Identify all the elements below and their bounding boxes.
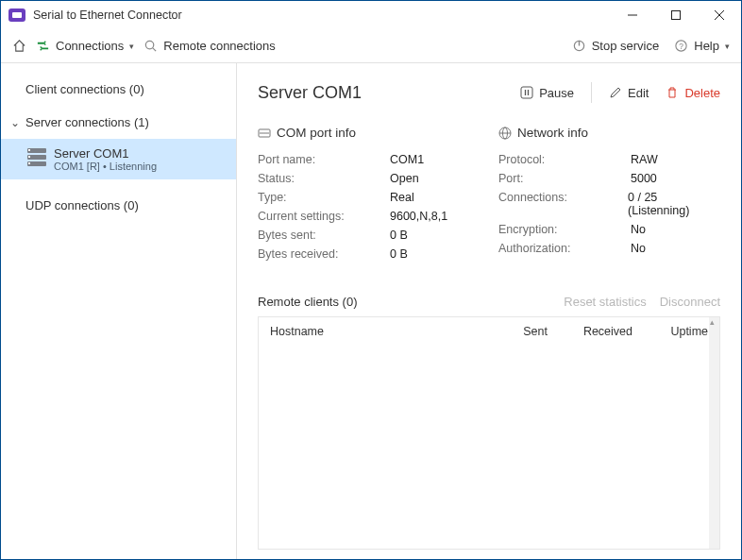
app-window: Serial to Ethernet Connector Connections…: [0, 0, 742, 560]
sidebar-server-heading[interactable]: ⌄ Server connections (1): [1, 110, 236, 135]
com-port-heading: COM port info: [277, 126, 356, 140]
col-uptime[interactable]: Uptime: [632, 325, 708, 338]
pause-icon: [520, 86, 533, 99]
port-icon: [258, 127, 271, 140]
pencil-icon: [609, 86, 622, 99]
remote-clients-table: Hostname Sent Received Uptime: [258, 316, 720, 550]
v-bytes-recv: 0 B: [390, 247, 408, 261]
stop-service-button[interactable]: Stop service: [572, 39, 660, 53]
v-port-name: COM1: [390, 153, 424, 166]
k-encryption: Encryption:: [498, 223, 631, 236]
v-settings: 9600,N,8,1: [390, 210, 447, 223]
sidebar-udp-heading[interactable]: UDP connections (0): [1, 193, 236, 218]
home-icon: [12, 39, 26, 53]
disconnect-link[interactable]: Disconnect: [660, 295, 720, 309]
k-status: Status:: [258, 172, 390, 185]
home-button[interactable]: [12, 39, 26, 53]
com-port-info: COM port info Port name:COM1 Status:Open…: [258, 126, 480, 266]
sidebar-server-heading-label: Server connections (1): [25, 115, 149, 129]
toolbar: Connections ▾ Remote connections Stop se…: [1, 29, 741, 63]
sidebar-client-heading[interactable]: Client connections (0): [1, 76, 236, 102]
k-connections: Connections:: [498, 191, 628, 217]
main-panel: Server COM1 Pause Edit Delete: [237, 63, 741, 559]
edit-label: Edit: [628, 86, 649, 100]
maximize-button[interactable]: [654, 1, 698, 29]
k-protocol: Protocol:: [498, 153, 631, 166]
connections-icon: [36, 39, 50, 53]
sidebar-item-title: Server COM1: [54, 146, 227, 161]
v-port: 5000: [631, 172, 657, 185]
svg-text:?: ?: [679, 42, 683, 51]
connections-label: Connections: [56, 39, 124, 53]
v-authorization: No: [631, 242, 646, 255]
chevron-down-icon: ⌄: [10, 116, 20, 129]
remote-connections-button[interactable]: Remote connections: [143, 39, 276, 53]
help-menu[interactable]: ? Help ▾: [674, 39, 730, 53]
reset-statistics-link[interactable]: Reset statistics: [564, 295, 646, 309]
sidebar-item-subtitle: COM1 [R] • Listenning: [54, 161, 227, 172]
svg-rect-10: [521, 87, 532, 98]
v-status: Open: [390, 172, 419, 185]
v-connections: 0 / 25 (Listenning): [628, 191, 720, 217]
connections-menu[interactable]: Connections ▾: [36, 39, 134, 53]
delete-button[interactable]: Delete: [666, 86, 720, 100]
power-icon: [572, 39, 586, 53]
delete-label: Delete: [684, 86, 720, 100]
globe-icon: [498, 127, 512, 140]
pause-button[interactable]: Pause: [520, 86, 574, 100]
sidebar-item-server-com1[interactable]: Server COM1 COM1 [R] • Listenning: [1, 139, 236, 179]
v-protocol: RAW: [631, 153, 658, 166]
stop-service-label: Stop service: [592, 39, 660, 53]
k-authorization: Authorization:: [498, 242, 631, 255]
help-icon: ?: [674, 39, 688, 53]
page-title: Server COM1: [258, 83, 362, 103]
caret-down-icon: ▾: [725, 42, 730, 51]
v-bytes-sent: 0 B: [390, 229, 408, 242]
server-icon: [27, 148, 46, 163]
svg-rect-1: [672, 11, 681, 20]
remote-connections-label: Remote connections: [163, 39, 276, 53]
search-icon: [143, 39, 158, 53]
title-bar: Serial to Ethernet Connector: [1, 1, 741, 29]
k-bytes-sent: Bytes sent:: [258, 229, 390, 242]
k-bytes-recv: Bytes received:: [258, 247, 390, 261]
v-encryption: No: [631, 223, 646, 236]
k-settings: Current settings:: [258, 210, 390, 223]
remote-clients-heading: Remote clients (0): [258, 295, 357, 309]
scrollbar[interactable]: [709, 317, 719, 549]
sidebar: Client connections (0) ⌄ Server connecti…: [1, 63, 237, 559]
svg-line-5: [153, 48, 156, 51]
svg-point-4: [146, 41, 154, 48]
k-type: Type:: [258, 191, 390, 204]
col-received[interactable]: Received: [548, 325, 632, 338]
minimize-button[interactable]: [611, 1, 654, 29]
network-info: Network info Protocol:RAW Port:5000 Conn…: [498, 126, 720, 266]
col-hostname[interactable]: Hostname: [270, 325, 481, 338]
trash-icon: [666, 86, 679, 99]
separator: [591, 82, 592, 103]
k-port-name: Port name:: [258, 153, 390, 166]
window-title: Serial to Ethernet Connector: [33, 8, 182, 22]
pause-label: Pause: [539, 86, 574, 100]
k-port: Port:: [498, 172, 631, 185]
col-sent[interactable]: Sent: [481, 325, 548, 338]
caret-down-icon: ▾: [129, 42, 134, 51]
v-type: Real: [390, 191, 414, 204]
help-label: Help: [694, 39, 719, 53]
network-heading: Network info: [517, 126, 588, 140]
app-icon: [8, 8, 25, 22]
close-button[interactable]: [698, 1, 741, 29]
edit-button[interactable]: Edit: [609, 86, 649, 100]
